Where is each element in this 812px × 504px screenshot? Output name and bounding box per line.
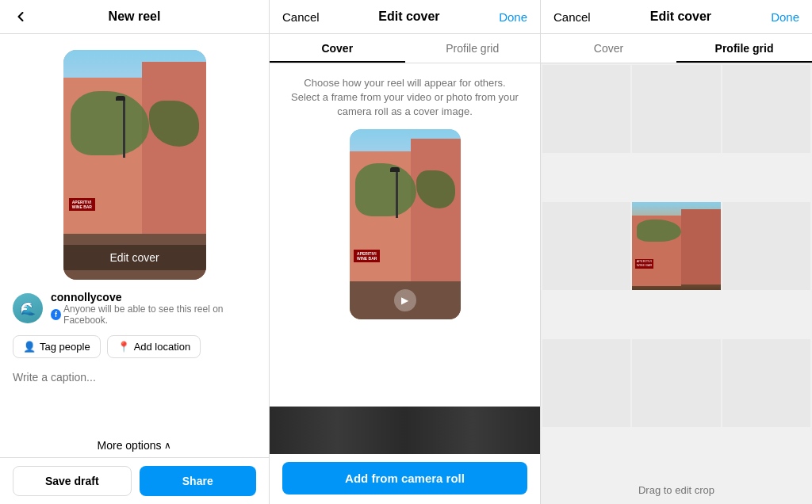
tag-people-button[interactable]: 👤 Tag people	[13, 335, 101, 358]
profile-grid-content: APERITIVIWINE BAR	[541, 63, 812, 476]
caption-placeholder: Write a caption...	[13, 371, 96, 384]
avatar: 🌊	[13, 293, 43, 323]
chevron-up-icon: ∧	[164, 440, 171, 451]
user-info: 🌊 connollycove f Anyone will be able to …	[0, 280, 269, 332]
grid-cell-2	[632, 65, 720, 153]
more-options-label: More options	[98, 439, 162, 452]
tab-profile-grid-panel2[interactable]: Profile grid	[405, 34, 541, 63]
cancel-button-panel2[interactable]: Cancel	[282, 10, 320, 24]
edit-cover-header: Cancel Edit cover Done	[270, 0, 540, 34]
profile-grid-panel: Cancel Edit cover Done Cover Profile gri…	[541, 0, 812, 504]
grid-cell-7	[542, 339, 630, 427]
tab-cover-panel2[interactable]: Cover	[270, 34, 405, 63]
add-location-label: Add location	[134, 341, 191, 353]
action-buttons: 👤 Tag people 📍 Add location	[0, 332, 269, 366]
cover-preview-panel2: APERITIVIWINE BAR ▶	[350, 129, 461, 319]
new-reel-panel: New reel APERITIVIWINE BAR Edit cover 🌊 …	[0, 0, 270, 504]
save-draft-button[interactable]: Save draft	[13, 466, 132, 496]
aperitivi-sign-2: APERITIVIWINE BAR	[354, 250, 380, 262]
cancel-button-panel3[interactable]: Cancel	[553, 10, 591, 24]
panel-header: New reel	[0, 0, 269, 34]
filmstrip[interactable]	[270, 407, 540, 454]
facebook-notice: f Anyone will be able to see this reel o…	[51, 304, 256, 326]
panel-title: New reel	[109, 10, 161, 24]
tab-profile-grid-panel3[interactable]: Profile grid	[676, 34, 812, 63]
caption-area[interactable]: Write a caption...	[0, 366, 269, 388]
edit-cover-panel: Cancel Edit cover Done Cover Profile gri…	[270, 0, 541, 504]
grid-cell-6	[722, 202, 810, 290]
edit-cover-overlay-label[interactable]: Edit cover	[63, 245, 206, 270]
grid-cell-3	[722, 65, 810, 153]
back-button[interactable]	[13, 9, 29, 25]
aperitivi-sign: APERITIVIWINE BAR	[69, 198, 95, 211]
facebook-icon: f	[51, 309, 61, 320]
user-text-block: connollycove f Anyone will be able to se…	[51, 291, 256, 326]
done-button-panel2[interactable]: Done	[499, 10, 527, 24]
done-button-panel3[interactable]: Done	[771, 10, 799, 24]
profile-grid-tabs: Cover Profile grid	[541, 34, 812, 63]
grid-cell-5-image[interactable]: APERITIVIWINE BAR	[632, 202, 720, 290]
cover-tabs: Cover Profile grid	[270, 34, 540, 63]
drag-edit-label: Drag to edit crop	[541, 476, 812, 504]
more-options-row[interactable]: More options ∧	[0, 433, 269, 458]
profile-grid-wrapper: APERITIVIWINE BAR Drag to edit crop	[541, 63, 812, 504]
profile-grid-header: Cancel Edit cover Done	[541, 0, 812, 34]
avatar-face: 🌊	[13, 293, 43, 323]
share-button[interactable]: Share	[140, 466, 257, 496]
grid-cell-1	[542, 65, 630, 153]
play-button-overlay[interactable]: ▶	[394, 289, 416, 311]
reel-preview: APERITIVIWINE BAR Edit cover	[63, 50, 206, 280]
person-icon: 👤	[23, 341, 36, 353]
location-icon: 📍	[117, 341, 130, 353]
edit-cover-title-panel2: Edit cover	[378, 10, 439, 24]
grid-cell-8	[632, 339, 720, 427]
cover-instruction: Choose how your reel will appear for oth…	[270, 63, 540, 129]
grid-cell-9	[722, 339, 810, 427]
add-location-button[interactable]: 📍 Add location	[107, 335, 201, 358]
bottom-buttons: Save draft Share	[0, 457, 269, 504]
add-from-camera-roll-button[interactable]: Add from camera roll	[282, 462, 527, 494]
tab-cover-panel3[interactable]: Cover	[541, 34, 676, 63]
tag-people-label: Tag people	[40, 341, 90, 353]
edit-cover-title-panel3: Edit cover	[650, 10, 711, 24]
grid-thumbnail: APERITIVIWINE BAR	[632, 202, 720, 290]
cover-street-scene: APERITIVIWINE BAR ▶	[350, 129, 461, 319]
username: connollycove	[51, 291, 256, 304]
grid-cell-4	[542, 202, 630, 290]
